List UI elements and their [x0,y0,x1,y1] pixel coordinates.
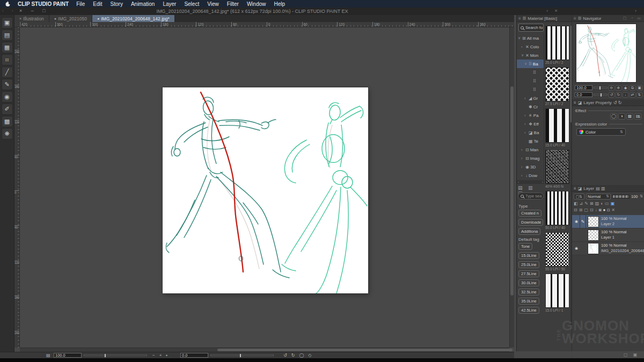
zoom-value-field[interactable]: 100.0 [54,353,82,358]
tag-button[interactable]: 32.5Line [518,289,539,295]
tag-button[interactable]: 35.0Line [518,298,539,305]
tag-button[interactable]: 30.0Line [518,279,539,286]
zoom-out-icon[interactable]: − [152,353,155,358]
expand-arrow-icon[interactable]: › [521,157,524,160]
menu-item[interactable]: File [76,1,85,7]
menu-item[interactable]: Layer [163,1,176,7]
document-tab[interactable]: × Illustration [14,15,49,22]
canvas-viewport[interactable] [20,27,509,348]
layer-property-subview-icons[interactable]: ↺ ↻ [613,100,622,105]
flip-vertical-icon[interactable]: ⇅ [636,92,642,98]
expression-color-dropdown[interactable]: Color ⇅ [576,128,626,136]
navigator-zoom-slider[interactable] [594,87,608,88]
canvas-page[interactable] [163,87,368,293]
panel-collapse-icon[interactable]: › [635,8,636,13]
rotate-left-icon[interactable]: ↺ [609,92,614,98]
tag-button[interactable]: Tone [518,243,532,250]
layer-subview-icons[interactable]: ▤ ▥ [596,186,605,191]
reset-view-icon[interactable]: ◯ [299,353,304,358]
menu-item[interactable]: Select [184,1,199,7]
panel-collapse-icon[interactable]: ⊟ [574,208,577,212]
layer-row[interactable]: ◉ ✎ 100 % Normal IMG_20210204_200648_1 [572,242,644,255]
material-tree-item[interactable]: › ◢ Gr [517,94,544,102]
tone-swatch[interactable] [545,26,569,60]
zoom-reset-icon[interactable]: ◉ [623,85,628,91]
expand-arrow-icon[interactable]: › [524,122,528,126]
tone-swatch[interactable] [545,150,569,184]
tone-swatch[interactable] [545,108,569,143]
material-palette-icon[interactable]: ▦ [2,42,13,53]
fit-to-screen-icon[interactable]: ⧉ [630,85,635,91]
screen-tone-icon[interactable]: ▦ [626,113,633,120]
material-tree-item[interactable]: ∨ ⊞ All ma [517,34,544,42]
vertical-scrollbar-thumb[interactable] [510,86,514,295]
expand-arrow-icon[interactable]: ∨ [518,36,521,40]
tone-swatch[interactable] [545,191,569,225]
panel-icon[interactable]: ▤ [46,353,50,358]
pen-tool-icon[interactable]: ╱ [2,67,13,78]
zoom-in-icon[interactable]: ⊕ [616,85,621,91]
navigator-subview-icons[interactable]: ▢ ◔ ▭ [623,16,642,20]
layer-mask-icon[interactable]: ● [603,208,606,212]
material-thumbnail[interactable]: 27.5 LPI / 2 [545,67,570,106]
tone-swatch[interactable] [545,67,569,101]
ruler-icon[interactable]: ⊿ [580,201,583,206]
material-thumbnail[interactable]: 15.0 LPI / 40 [545,108,570,147]
shortcut-bar-icon[interactable]: ▤ [2,29,13,41]
apply-mask-icon[interactable]: ◘ [607,208,610,212]
material-thumbnail[interactable]: 15.0 LPI / 1 [545,274,570,313]
airbrush-tool-icon[interactable]: ❋ [2,128,13,139]
material-tree-item[interactable]: ✱ Cr [517,102,544,111]
tree-scrollbar[interactable]: ‹ › [517,180,544,184]
expand-arrow-icon[interactable]: › [524,97,528,100]
pencil-tool-icon[interactable]: ✎ [2,79,13,90]
material-tree-item[interactable]: › ◉ 3D [517,162,544,171]
opacity-slider[interactable] [612,195,630,198]
actual-size-icon[interactable]: ▣ [636,85,642,91]
tag-folder-icons[interactable]: ▤ ▥ ▢ [518,185,544,191]
color-set-icon[interactable]: ⠶ [2,54,13,65]
scroll-left-icon[interactable]: ‹ [518,180,519,184]
menu-item[interactable]: Help [274,1,286,7]
zoom-out-icon[interactable]: ⊖ [609,85,614,91]
enable-mask-icon[interactable]: ◐ [601,201,603,206]
material-tree-item[interactable]: ∨ ⠿ Ba [517,60,544,68]
tab-status-icon[interactable]: ● [97,17,99,20]
material-tree-item[interactable]: › ❖ Eff [517,120,544,128]
tag-button[interactable]: Created n [518,210,541,217]
navigator-preview[interactable] [576,24,636,83]
tag-button[interactable]: 42.5Line [518,307,539,314]
apple-icon[interactable] [5,1,10,7]
brush-tool-icon[interactable]: ✐ [2,104,13,115]
panel-menu-icon[interactable]: ≡ [574,186,576,191]
layer-row[interactable]: ◉ ✎ 100 % Normal Layer 2 [572,215,644,228]
app-menu-title[interactable]: CLIP STUDIO PAINT [18,1,69,7]
border-effect-icon[interactable]: ◯ [610,113,617,120]
window-tool-icon[interactable]: ▣ [2,17,13,28]
material-tree-item[interactable]: › ✳ Pa [517,111,544,120]
tag-button[interactable]: Downloade [518,219,543,226]
tab-status-icon[interactable]: ● [54,17,56,20]
workspace-switch-icons[interactable]: ▢ ▣ [624,352,639,357]
panel-menu-icon[interactable]: ≡ [574,16,576,21]
tag-button[interactable]: 25.0Line [518,261,539,268]
navigator-rotation-slider[interactable] [594,94,608,95]
new-vector-layer-icon[interactable]: ▢ [584,208,588,212]
set-as-draft-icon[interactable]: ✎ [584,201,588,206]
navigator-rotation-field[interactable]: 0.0 [575,92,592,97]
horizontal-scrollbar[interactable] [20,348,509,352]
opacity-value[interactable]: 100 [631,194,638,199]
material-tree-item[interactable]: › ⊟ Imag [517,154,544,162]
marker-tool-icon[interactable]: ◉ [2,91,13,102]
layer-visibility-eye-icon[interactable]: ◉ [573,246,580,250]
tab-status-icon[interactable]: × [19,17,21,20]
panel-menu-icon[interactable]: ≡ [574,100,576,105]
vertical-scrollbar[interactable] [509,27,514,348]
material-tree-item[interactable]: ⠿ [517,77,544,85]
layer-thumbnail[interactable] [588,243,599,254]
expand-arrow-icon[interactable]: › [521,174,524,178]
transfer-down-icon[interactable]: ↓ [595,208,597,212]
tone-swatch[interactable] [545,274,569,308]
blend-mode-dropdown[interactable]: Normal ⇅ [586,194,611,200]
material-thumbnail[interactable]: 55.0 LPI / 50 [545,232,570,271]
